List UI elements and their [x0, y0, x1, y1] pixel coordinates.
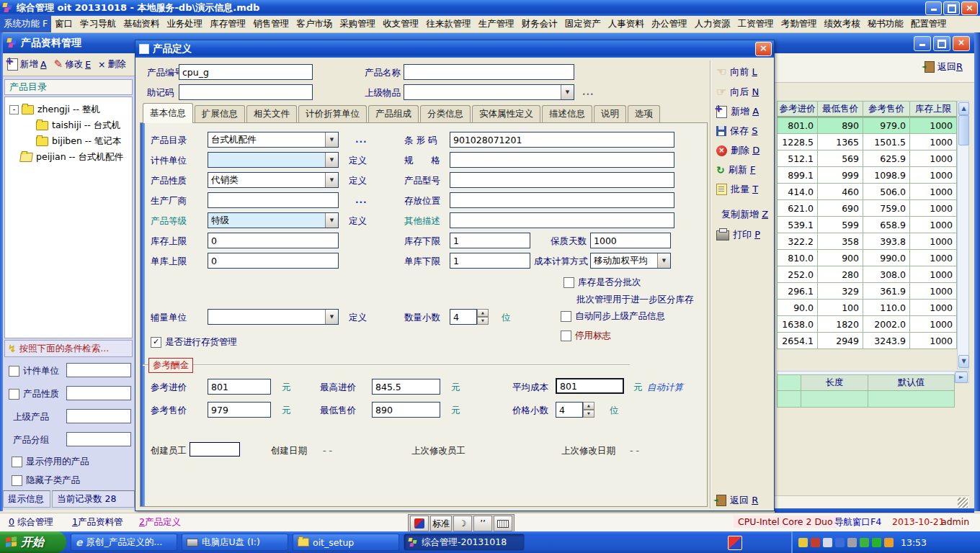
column-header[interactable]: 参考进价 — [777, 101, 818, 117]
restore-button[interactable] — [943, 1, 960, 15]
column-header[interactable]: 库存上限 — [910, 101, 957, 117]
tab-选项[interactable]: 选项 — [628, 105, 660, 123]
tab-说明[interactable]: 说明 — [594, 105, 626, 123]
define-link[interactable]: 定义 — [349, 215, 367, 228]
form-input[interactable] — [208, 192, 339, 208]
side-button-T[interactable]: 批量 T — [716, 183, 758, 196]
menu-item[interactable]: 绩效考核 — [821, 16, 864, 32]
menu-item[interactable]: 窗口 — [51, 16, 76, 32]
ref-sell-input[interactable]: 979 — [208, 402, 271, 418]
parent-item-browse[interactable]: ... — [582, 87, 594, 97]
chevron-down-icon[interactable]: ▼ — [561, 85, 574, 99]
max-buy-input[interactable]: 845.5 — [372, 379, 440, 395]
menu-item[interactable]: 基础资料 — [120, 16, 163, 32]
chevron-down-icon[interactable]: ▼ — [325, 153, 338, 167]
dialog-close-button[interactable]: × — [755, 42, 772, 56]
table-row[interactable]: 252.0280308.01000 — [777, 266, 957, 283]
form-input[interactable] — [450, 172, 674, 188]
column-header[interactable]: 最低售价 — [818, 101, 863, 117]
hide-sub-checkbox[interactable] — [12, 475, 22, 486]
stock-upper-input[interactable]: 0 — [208, 233, 339, 248]
form-input[interactable] — [450, 212, 674, 228]
minimize-button[interactable] — [925, 1, 942, 15]
table-row[interactable]: 296.1329361.91000 — [777, 283, 957, 300]
unit-lower-input[interactable]: 1 — [450, 253, 530, 269]
tab-计价折算单位[interactable]: 计价折算单位 — [298, 105, 367, 123]
menu-item[interactable]: 系统功能 F — [0, 16, 51, 32]
ime-fullwidth-button[interactable]: ☽ — [453, 516, 472, 531]
tree-expander-icon[interactable]: - — [9, 105, 19, 114]
spin-down-icon[interactable]: ▼ — [477, 317, 489, 325]
taskbar-button[interactable]: 综合管理-20131018 — [404, 534, 525, 551]
child-close-button[interactable]: × — [953, 36, 970, 51]
vertical-scrollbar[interactable]: ▲ ▼ — [957, 101, 969, 369]
filter-unit-checkbox[interactable] — [9, 366, 19, 377]
tab-描述信息[interactable]: 描述信息 — [542, 105, 592, 123]
qty-decimal-stepper[interactable]: 4 ▲▼ — [450, 309, 489, 325]
define-link[interactable]: 定义 — [349, 175, 367, 187]
form-input[interactable]: 901028071201 — [450, 132, 674, 148]
menu-item[interactable]: 销售管理 — [249, 16, 293, 32]
side-button-F[interactable]: ↻刷新 F — [716, 163, 755, 176]
chevron-down-icon[interactable]: ▼ — [325, 213, 338, 228]
table-row[interactable]: 1228.513651501.51000 — [777, 134, 957, 150]
side-button-D[interactable]: ×删除 D — [716, 144, 760, 157]
table-row[interactable]: 322.2358393.81000 — [777, 233, 957, 250]
return-button[interactable]: 返回R — [925, 60, 963, 73]
child-minimize-button[interactable] — [914, 36, 931, 51]
ime-mode-button[interactable]: 标准 — [430, 516, 452, 531]
form-combo[interactable]: 特级▼ — [208, 212, 339, 228]
menu-item[interactable]: 客户市场 — [293, 16, 336, 32]
scroll-right-icon[interactable]: ► — [955, 372, 968, 383]
menu-item[interactable]: 配置管理 — [907, 16, 950, 32]
dialog-return-button[interactable]: 返回 R — [716, 494, 758, 507]
side-button-N[interactable]: ☞向后 N — [716, 86, 759, 99]
table-row[interactable]: 512.1569625.91000 — [777, 150, 957, 167]
taskbar-button[interactable]: e原创_产品定义的... — [71, 534, 177, 551]
window-tab[interactable]: 0 综合管理 — [9, 516, 53, 529]
menu-item[interactable]: 人力资源 — [691, 16, 734, 32]
table-row[interactable]: 801.0890979.01000 — [777, 117, 957, 134]
product-code-input[interactable]: cpu_g — [179, 64, 313, 80]
tab-实体属性定义[interactable]: 实体属性定义 — [472, 105, 540, 123]
column-header[interactable]: 参考售价 — [863, 101, 910, 117]
product-name-input[interactable] — [404, 64, 574, 80]
form-input[interactable] — [450, 192, 674, 208]
ime-indicator-icon[interactable] — [728, 536, 742, 550]
browse-button[interactable]: ... — [355, 195, 368, 205]
filter-nature-input[interactable] — [66, 386, 131, 400]
messenger-icon[interactable] — [823, 538, 832, 547]
menu-item[interactable]: 人事资料 — [605, 16, 648, 32]
side-button-S[interactable]: 保存 S — [716, 125, 757, 138]
child-maximize-button[interactable] — [933, 36, 950, 51]
side-button-A[interactable]: 新增 A — [716, 105, 759, 118]
side-button-P[interactable]: 打印 P — [716, 228, 760, 241]
shelf-days-input[interactable]: 1000 — [590, 233, 671, 248]
menu-item[interactable]: 学习导航 — [76, 16, 120, 32]
tab-产品组成[interactable]: 产品组成 — [368, 105, 419, 123]
table-row[interactable]: 90.0100110.01000 — [777, 300, 957, 316]
start-button[interactable]: 开始 — [0, 531, 66, 553]
ime-punctuation-button[interactable]: ’’ — [473, 516, 492, 531]
tab-分类信息[interactable]: 分类信息 — [420, 105, 471, 123]
menu-item[interactable]: 财务会计 — [518, 16, 561, 32]
table-row[interactable]: 621.0690759.01000 — [777, 200, 957, 217]
parent-item-combo[interactable]: ▼ — [404, 84, 574, 100]
tree-item[interactable]: bijiben -- 笔记本 — [5, 133, 132, 149]
menu-item[interactable]: 考勤管理 — [778, 16, 821, 32]
scrollbar-thumb[interactable] — [958, 115, 969, 145]
window-tab[interactable]: 1产品资料管 — [72, 516, 122, 529]
aux-unit-combo[interactable]: ▼ — [208, 309, 339, 325]
form-combo[interactable]: ▼ — [208, 152, 339, 168]
tree-item[interactable]: taishiji -- 台式机 — [5, 117, 132, 133]
volume-muted-icon[interactable] — [811, 538, 820, 547]
toolbar-button[interactable]: 新增A — [7, 58, 47, 71]
ref-buy-input[interactable]: 801 — [208, 379, 271, 395]
menu-item[interactable]: 库存管理 — [206, 16, 249, 32]
cost-method-combo[interactable]: 移动加权平均 ▼ — [590, 253, 671, 269]
menu-item[interactable]: 秘书功能 — [864, 16, 907, 32]
stop-flag-checkbox[interactable] — [561, 331, 571, 341]
table-row[interactable]: 899.19991098.91000 — [777, 167, 957, 184]
chevron-down-icon[interactable]: ▼ — [325, 173, 338, 187]
price-decimal-stepper[interactable]: 4 ▲▼ — [556, 402, 594, 418]
